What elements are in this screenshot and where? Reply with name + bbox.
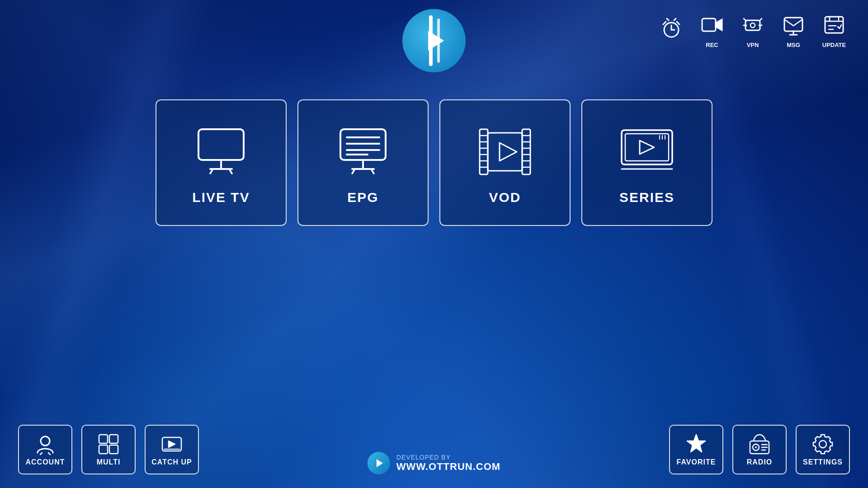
developer-text: DEVELOPED BY WWW.OTTRUN.COM — [396, 454, 500, 473]
svg-line-4 — [677, 22, 679, 24]
multi-button[interactable]: MULTI — [81, 425, 136, 474]
svg-line-3 — [663, 22, 666, 24]
svg-rect-67 — [109, 445, 118, 454]
developer-info: DEVELOPED BY WWW.OTTRUN.COM — [368, 452, 500, 474]
svg-marker-53 — [500, 143, 517, 161]
epg-button[interactable]: EPG — [297, 99, 429, 226]
live-tv-button[interactable]: LIVE TV — [156, 99, 287, 226]
svg-line-14 — [760, 19, 762, 20]
svg-line-13 — [744, 19, 745, 20]
msg-label: MSG — [787, 42, 800, 48]
svg-line-63 — [48, 453, 50, 455]
settings-button[interactable]: SETTINGS — [796, 425, 850, 474]
rec-button[interactable]: REC — [696, 9, 728, 48]
vpn-icon — [737, 9, 769, 41]
svg-marker-8 — [716, 19, 722, 30]
account-button[interactable]: ACCOUNT — [18, 425, 72, 474]
footer-left-buttons: ACCOUNT MULTI CA — [18, 425, 199, 474]
top-icons-bar: REC VPN — [656, 9, 850, 48]
header: REC VPN — [0, 0, 868, 72]
msg-button[interactable]: MSG — [778, 9, 809, 48]
footer-logo — [368, 452, 390, 474]
radio-label: RADIO — [747, 458, 773, 466]
svg-marker-69 — [169, 441, 175, 447]
update-label: UPDATE — [822, 42, 846, 48]
vod-icon — [473, 120, 537, 183]
vod-label: VOD — [489, 190, 521, 205]
app-logo — [402, 9, 466, 72]
svg-rect-7 — [702, 19, 716, 31]
live-tv-label: LIVE TV — [192, 190, 250, 205]
svg-point-10 — [750, 23, 755, 28]
rec-icon — [696, 9, 728, 41]
rec-label: REC — [706, 42, 718, 48]
multi-icon — [97, 433, 120, 455]
settings-label: SETTINGS — [803, 458, 843, 466]
developed-by-label: DEVELOPED BY — [396, 454, 500, 461]
epg-label: EPG — [347, 190, 378, 205]
main-menu: LIVE TV EPG — [156, 99, 712, 226]
live-tv-icon — [189, 120, 253, 183]
update-button[interactable]: UPDATE — [818, 9, 850, 48]
multi-label: MULTI — [97, 458, 121, 466]
footer: ACCOUNT MULTI CA — [0, 425, 868, 474]
series-icon — [615, 120, 679, 183]
epg-icon — [331, 120, 395, 183]
footer-right-buttons: FAVORITE RADIO — [669, 425, 850, 474]
vod-button[interactable]: VOD — [439, 99, 571, 226]
series-button[interactable]: SERIES — [581, 99, 712, 226]
svg-point-61 — [41, 436, 50, 446]
svg-point-79 — [819, 441, 826, 448]
svg-marker-56 — [640, 141, 654, 154]
update-icon — [818, 9, 850, 41]
account-icon — [34, 433, 57, 455]
vpn-button[interactable]: VPN — [737, 9, 769, 48]
developer-url: WWW.OTTRUN.COM — [396, 461, 500, 473]
alarm-icon — [656, 13, 687, 45]
catchup-icon — [160, 433, 183, 455]
svg-line-6 — [674, 19, 676, 20]
svg-rect-64 — [99, 435, 108, 443]
favorite-label: FAVORITE — [677, 458, 716, 466]
vpn-label: VPN — [747, 42, 759, 48]
svg-rect-15 — [784, 18, 802, 31]
svg-line-5 — [667, 19, 669, 20]
svg-marker-72 — [687, 435, 705, 452]
svg-line-62 — [40, 453, 42, 455]
alarm-button[interactable] — [656, 13, 687, 45]
gear-icon — [811, 433, 834, 455]
series-label: SERIES — [619, 190, 675, 205]
favorite-button[interactable]: FAVORITE — [669, 425, 723, 474]
radio-button[interactable]: RADIO — [732, 425, 787, 474]
radio-icon — [748, 433, 771, 455]
star-icon — [685, 433, 708, 455]
svg-rect-18 — [825, 17, 843, 33]
account-label: ACCOUNT — [26, 458, 65, 466]
svg-point-75 — [755, 446, 757, 448]
svg-rect-66 — [99, 445, 108, 454]
msg-icon — [778, 9, 809, 41]
catchup-button[interactable]: CATCH UP — [145, 425, 199, 474]
svg-rect-9 — [745, 20, 760, 30]
catchup-label: CATCH UP — [151, 458, 192, 466]
svg-rect-24 — [198, 129, 244, 160]
svg-rect-65 — [109, 435, 118, 443]
